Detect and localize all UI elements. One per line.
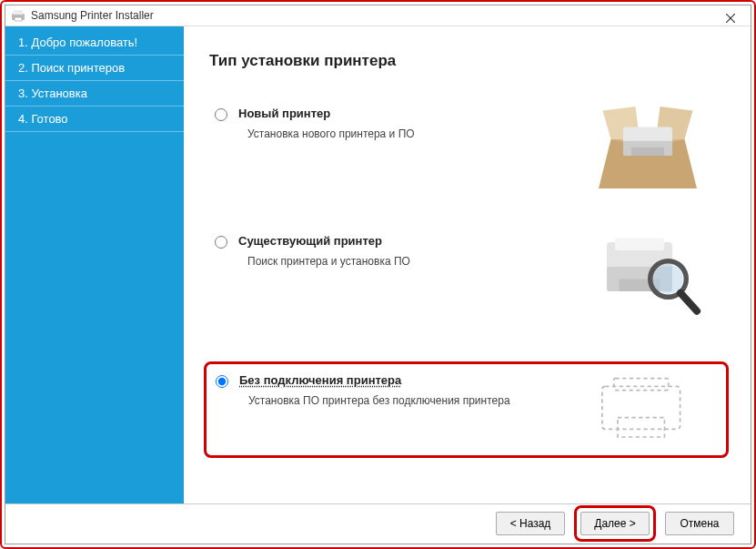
page-heading: Тип установки принтера [209,52,725,70]
back-button[interactable]: < Назад [496,512,565,535]
svg-rect-11 [631,147,664,156]
printer-search-icon [570,234,725,316]
option-new-printer[interactable]: Новый принтер Установка нового принтера … [209,107,725,188]
window-title: Samsung Printer Installer [31,9,154,22]
app-icon [11,8,25,23]
svg-rect-20 [614,378,669,390]
main-content: Тип установки принтера Новый принтер Уст… [184,26,751,503]
sidebar-item-done: 4. Готово [5,107,184,132]
option-label: Без подключения принтера [239,373,557,387]
radio-new-printer[interactable] [215,108,227,121]
sidebar-item-install: 3. Установка [5,81,184,107]
installer-window: Samsung Printer Installer 1. Добро пожал… [5,5,751,544]
footer: < Назад Далее > Отмена [5,503,751,544]
option-no-connection[interactable]: Без подключения принтера Установка ПО пр… [204,361,729,458]
svg-rect-21 [618,417,664,436]
svg-rect-19 [602,386,680,429]
option-desc: Установка ПО принтера без подключения пр… [248,394,557,407]
sidebar-item-welcome: 1. Добро пожаловать! [5,30,184,56]
option-label: Существующий принтер [238,234,559,248]
close-button[interactable] [710,5,751,31]
svg-point-17 [653,264,682,293]
titlebar: Samsung Printer Installer [5,5,751,26]
sidebar: 1. Добро пожаловать! 2. Поиск принтеров … [5,26,184,503]
svg-rect-2 [15,17,22,21]
radio-existing-printer[interactable] [215,236,227,249]
svg-rect-1 [14,10,23,15]
option-label: Новый принтер [238,107,559,120]
svg-line-18 [680,292,697,310]
cancel-button[interactable]: Отмена [665,512,734,535]
printer-outline-icon [568,373,722,446]
next-button[interactable]: Далее > [580,512,650,535]
option-desc: Установка нового принтера и ПО [247,127,559,140]
svg-rect-14 [615,238,664,250]
option-existing-printer[interactable]: Существующий принтер Поиск принтера и ус… [209,234,725,316]
printer-box-icon [570,107,725,188]
radio-no-connection[interactable] [216,375,228,388]
next-button-highlight: Далее > [574,505,656,542]
sidebar-item-search: 2. Поиск принтеров [5,56,184,81]
option-desc: Поиск принтера и установка ПО [247,255,559,268]
